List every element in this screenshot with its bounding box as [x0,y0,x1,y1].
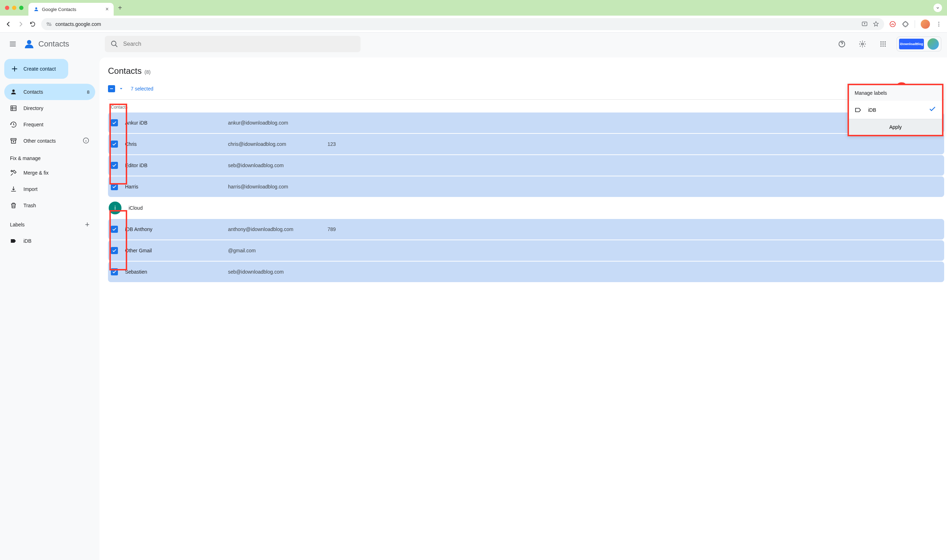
browser-toolbar: contacts.google.com [0,15,947,33]
create-contact-button[interactable]: Create contact [4,59,68,79]
search-box[interactable] [105,36,361,52]
contacts-logo-icon [23,38,35,50]
browser-tab-bar: Google Contacts × + [0,0,947,15]
check-icon [112,227,117,232]
select-all-checkbox[interactable] [108,85,115,92]
row-checkbox[interactable] [111,183,118,190]
row-checkbox[interactable] [111,119,118,126]
svg-point-9 [111,41,116,46]
extensions-icon[interactable] [902,21,909,28]
back-button[interactable] [5,21,12,28]
row-checkbox[interactable] [111,140,118,148]
svg-point-11 [861,43,864,45]
contact-avatar: i [109,202,122,214]
trash-icon [10,202,17,209]
popup-label-item[interactable]: iDB [849,101,942,119]
contact-name: Other Gmail [125,248,221,253]
browser-menu-icon[interactable] [936,21,942,27]
contact-row[interactable]: Harrisharris@idownloadblog.com [108,176,944,197]
settings-button[interactable] [855,37,870,51]
search-icon [111,40,118,48]
install-app-icon[interactable] [861,21,868,27]
row-checkbox[interactable] [111,247,118,254]
contact-row[interactable]: Other Gmail@gmail.com [108,240,944,261]
close-tab-icon[interactable]: × [105,6,109,12]
help-button[interactable] [835,37,849,51]
sidebar-item-other-contacts[interactable]: Other contacts [4,133,95,149]
contact-name: Chris [125,141,221,147]
check-icon [112,269,117,274]
main-menu-button[interactable] [6,37,20,51]
popup-label-name: iDB [868,107,876,113]
contact-row[interactable]: iiCloud [108,198,944,218]
create-label: Create contact [23,66,56,72]
selection-dropdown-icon[interactable] [119,86,123,91]
tab-title: Google Contacts [42,7,76,12]
download-icon [10,186,17,193]
contact-name: iCloud [129,205,225,211]
gear-icon [859,40,866,48]
contacts-favicon-icon [33,6,39,12]
svg-point-5 [938,22,939,23]
selection-bar: 7 selected [108,82,944,100]
svg-point-14 [884,42,885,43]
svg-point-6 [938,23,939,25]
sidebar-item-label: Other contacts [23,138,56,144]
history-icon [10,121,17,128]
reload-button[interactable] [29,21,36,28]
bookmark-star-icon[interactable] [873,21,879,27]
labels-header: Labels + [4,214,95,233]
sidebar-item-merge-fix[interactable]: Merge & fix [4,165,95,181]
browser-tab[interactable]: Google Contacts × [28,3,114,15]
contact-name: Ankur iDB [125,120,221,126]
add-label-button[interactable]: + [85,220,89,229]
apps-button[interactable] [876,37,890,51]
label-icon [10,237,17,245]
tabs-overflow-button[interactable] [933,3,942,12]
sidebar-item-trash[interactable]: Trash [4,197,95,214]
close-window-icon[interactable] [5,6,9,10]
account-switcher[interactable]: iDownloadBlog [896,37,941,51]
svg-rect-2 [49,24,51,25]
user-avatar [927,38,939,50]
indeterminate-icon [109,86,114,91]
person-icon [10,88,17,95]
address-bar[interactable]: contacts.google.com [41,18,884,30]
contact-email: ankur@idownloadblog.com [228,120,321,126]
new-tab-button[interactable]: + [118,4,122,12]
check-icon [112,142,117,146]
contact-row[interactable]: iDB Anthonyanthony@idownloadblog.com789 [108,219,944,240]
sidebar-item-frequent[interactable]: Frequent [4,116,95,133]
row-checkbox[interactable] [111,226,118,233]
svg-point-16 [882,43,884,45]
contact-email: seb@idownloadblog.com [228,269,321,275]
contact-row[interactable]: Editor iDBseb@idownloadblog.com [108,155,944,176]
contact-row[interactable]: Chrischris@idownloadblog.com123 [108,134,944,154]
app-header: Contacts iDownloadBlog [0,33,947,55]
maximize-window-icon[interactable] [19,6,23,10]
sidebar-item-contacts[interactable]: Contacts 8 [4,84,95,100]
sidebar-label-idb[interactable]: iDB [4,233,95,249]
row-checkbox[interactable] [111,162,118,169]
contact-row[interactable]: Ankur iDBankur@idownloadblog.com [108,112,944,133]
apply-button[interactable]: Apply [849,119,942,135]
window-controls [5,6,23,10]
safeway-extension-icon[interactable] [889,21,896,28]
sidebar-item-directory[interactable]: Directory [4,100,95,116]
svg-point-0 [35,8,37,9]
labels-header-text: Labels [10,222,25,228]
app-title: Contacts [39,39,69,49]
forward-button[interactable] [17,21,24,28]
minimize-window-icon[interactable] [12,6,16,10]
site-settings-icon[interactable] [46,21,52,27]
info-icon[interactable] [82,137,89,145]
contact-email: anthony@idownloadblog.com [228,226,321,232]
svg-point-19 [882,45,884,46]
contact-row[interactable]: Sebastienseb@idownloadblog.com [108,262,944,282]
search-input[interactable] [123,41,355,47]
profile-avatar[interactable] [921,20,930,29]
sidebar-item-import[interactable]: Import [4,181,95,197]
svg-point-12 [881,42,882,43]
svg-point-20 [884,45,885,46]
row-checkbox[interactable] [111,268,118,275]
